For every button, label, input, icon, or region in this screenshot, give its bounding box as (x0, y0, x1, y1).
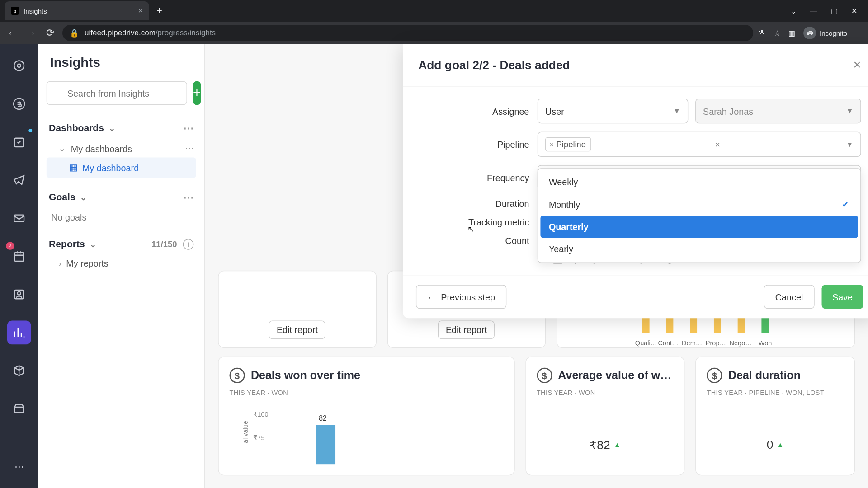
chevron-down-icon: ▼ (846, 107, 854, 115)
rail-insights[interactable] (7, 321, 31, 345)
dollar-icon: $ (229, 368, 245, 383)
url-path: /progress/insights (156, 28, 216, 38)
dollar-icon: $ (537, 368, 552, 383)
assignee-user-select[interactable]: Sarah Jonas▼ (695, 99, 861, 123)
svg-point-7 (18, 292, 21, 295)
avg-value-card: $Average value of w… THIS YEAR · WON ₹82… (525, 357, 685, 476)
svg-point-1 (18, 64, 21, 67)
edit-report-button[interactable]: Edit report (438, 321, 495, 339)
svg-rect-5 (15, 253, 24, 261)
no-goals-text: No goals (47, 209, 196, 226)
my-dashboard-item[interactable]: ▦ My dashboard (47, 157, 196, 178)
more-icon[interactable]: ⋯ (185, 143, 194, 154)
clear-icon[interactable]: × (715, 139, 720, 149)
dashboard-icon: ▦ (69, 162, 77, 173)
up-caret-icon: ▲ (614, 441, 621, 449)
browser-tab-strip: p Insights × + ⌄ ― ▢ ✕ (0, 0, 868, 22)
left-rail: 2 ⋯ (0, 44, 38, 488)
new-tab-button[interactable]: + (156, 5, 162, 17)
browser-tab[interactable]: p Insights × (5, 1, 149, 20)
option-weekly[interactable]: Weekly (540, 171, 858, 193)
browser-menu-icon[interactable]: ⋮ (855, 29, 863, 38)
dollar-icon: $ (707, 368, 722, 383)
rail-campaigns[interactable] (7, 168, 31, 192)
search-input[interactable] (47, 81, 187, 105)
rail-badge: 2 (6, 242, 14, 250)
remove-chip-icon[interactable]: × (549, 140, 554, 149)
close-icon[interactable]: × (854, 57, 861, 73)
chevron-right-icon: › (58, 258, 61, 268)
frequency-dropdown: Weekly Monthly Quarterly Yearly (538, 168, 861, 263)
pipeline-chip[interactable]: ×Pipeline (545, 137, 591, 152)
tab-search-icon[interactable]: ⌄ (791, 7, 797, 15)
chevron-down-icon: ⌄ (58, 143, 66, 154)
more-icon[interactable]: ⋯ (183, 191, 194, 204)
rail-products[interactable] (7, 359, 31, 383)
forward-button: → (24, 27, 38, 39)
frequency-label: Frequency (418, 173, 529, 183)
maximize-icon[interactable]: ▢ (831, 7, 838, 15)
edit-report-button[interactable]: Edit report (269, 321, 326, 339)
add-goal-modal: Add goal 2/2 - Deals added × Assignee Us… (403, 44, 868, 318)
duration-label: Duration (418, 198, 529, 208)
tracking-label: Tracking metric (418, 217, 529, 227)
bar-chart: ₹100 ₹75 al value 82 (229, 411, 503, 465)
chevron-down-icon: ⌄ (80, 192, 87, 202)
up-caret-icon: ▲ (777, 441, 784, 449)
assignee-type-select[interactable]: User▼ (538, 99, 688, 123)
rail-activities[interactable] (7, 130, 31, 154)
rail-contacts[interactable] (7, 282, 31, 306)
tab-title: Insights (24, 7, 47, 15)
option-monthly[interactable]: Monthly (540, 193, 858, 216)
main-content: 👥Share Export⌄ ⋯ 👥⁺ 💡 ? SJ Edit report E… (205, 44, 868, 488)
cancel-button[interactable]: Cancel (764, 285, 815, 309)
my-dashboards-item[interactable]: ⌄ My dashboards ⋯ (47, 140, 196, 158)
deal-duration-card: $Deal duration THIS YEAR · PIPELINE · WO… (695, 357, 855, 476)
option-yearly[interactable]: Yearly (540, 238, 858, 260)
reports-count: 11/150 (151, 239, 179, 249)
goals-header[interactable]: Goals ⌄ ⋯ (47, 186, 196, 209)
url-host: uifeed.pipedrive.com (85, 28, 156, 38)
rail-calendar[interactable]: 2 (7, 244, 31, 268)
address-bar[interactable]: 🔒 uifeed.pipedrive.com/progress/insights (62, 25, 753, 41)
count-label: Count (418, 235, 529, 245)
option-quarterly[interactable]: Quarterly (540, 216, 858, 238)
pipeline-select[interactable]: ×Pipeline × ▼ (538, 132, 861, 157)
svg-point-0 (14, 61, 24, 71)
insights-sidebar: Insights 🔍 + Dashboards ⌄ ⋯ ⌄ My dashboa… (38, 44, 205, 488)
minimize-icon[interactable]: ― (810, 7, 817, 15)
previous-step-button[interactable]: ←Previous step (416, 285, 506, 309)
panel-icon[interactable]: ▥ (788, 29, 795, 38)
profile-badge[interactable]: 🕶 Incognito (803, 27, 847, 39)
more-icon[interactable]: ⋯ (183, 122, 194, 135)
chevron-down-icon: ⌄ (90, 239, 97, 249)
save-button[interactable]: Save (821, 285, 863, 309)
dashboards-header[interactable]: Dashboards ⌄ ⋯ (47, 117, 196, 140)
chevron-down-icon: ▼ (673, 107, 680, 115)
reports-header[interactable]: Reports ⌄ 11/150 i (47, 234, 196, 254)
rail-marketplace[interactable] (7, 397, 31, 421)
back-button[interactable]: ← (5, 27, 19, 39)
close-window-icon[interactable]: ✕ (851, 7, 857, 15)
svg-rect-4 (14, 215, 24, 221)
modal-title: Add goal 2/2 - Deals added (418, 58, 570, 72)
add-button[interactable]: + (193, 81, 201, 105)
tab-close-icon[interactable]: × (138, 6, 143, 16)
my-reports-item[interactable]: › My reports (47, 254, 196, 272)
chevron-down-icon: ⌄ (108, 123, 116, 133)
site-info-icon[interactable]: 🔒 (70, 28, 79, 38)
rail-home[interactable] (7, 54, 31, 78)
chevron-down-icon: ▼ (846, 140, 854, 148)
rail-more[interactable]: ⋯ (7, 455, 31, 479)
window-controls: ⌄ ― ▢ ✕ (791, 7, 868, 15)
deals-won-card: $Deals won over time THIS YEAR · WON ₹10… (218, 357, 514, 476)
rail-deals[interactable] (7, 92, 31, 116)
browser-nav-bar: ← → ⟳ 🔒 uifeed.pipedrive.com/progress/in… (0, 22, 868, 44)
info-icon[interactable]: i (183, 239, 194, 250)
pipeline-label: Pipeline (418, 139, 529, 149)
tab-favicon: p (11, 7, 19, 15)
incognito-eye-icon[interactable]: 👁 (759, 29, 766, 37)
rail-mail[interactable] (7, 206, 31, 230)
reload-button[interactable]: ⟳ (43, 27, 57, 39)
bookmark-star-icon[interactable]: ☆ (774, 29, 780, 38)
